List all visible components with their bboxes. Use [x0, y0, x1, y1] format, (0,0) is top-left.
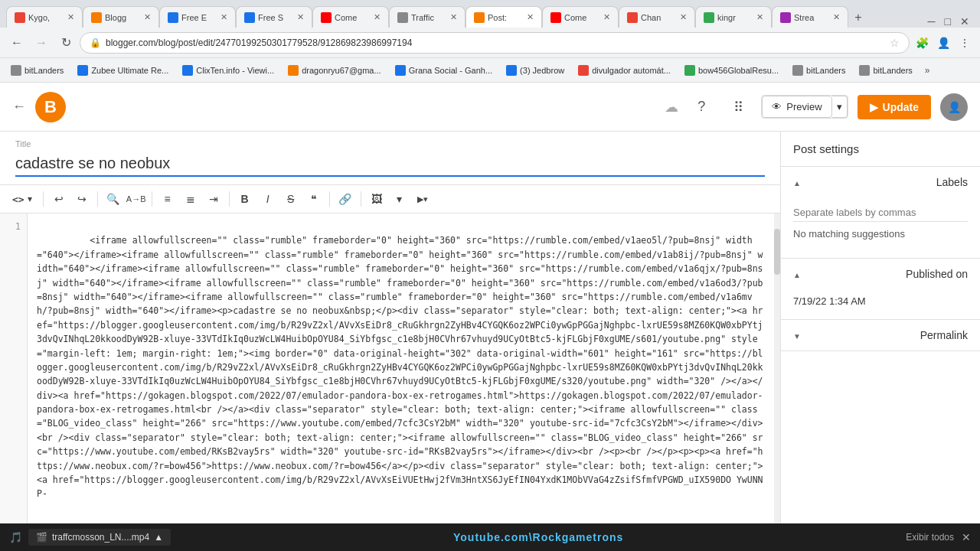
tab-close-post[interactable]: ✕	[527, 12, 534, 22]
labels-section-content: No matching suggestions	[781, 197, 980, 258]
code-view-toggle[interactable]: <> ▾	[6, 191, 38, 208]
search-button[interactable]: 🔍	[103, 188, 124, 210]
align-justify-button[interactable]: ≣	[180, 188, 201, 210]
tab-free-s[interactable]: Free S ✕	[236, 6, 312, 28]
more-media-button[interactable]: ▾	[389, 188, 410, 210]
window-minimize[interactable]: ─	[923, 15, 940, 28]
labels-input[interactable]	[793, 204, 968, 222]
profile-icon[interactable]: 👤	[934, 34, 952, 52]
header-left: ← B	[12, 92, 66, 122]
avatar[interactable]: 👤	[940, 93, 968, 121]
bookmark-jedbrow[interactable]: (3) Jedbrow	[501, 64, 569, 77]
labels-section: Labels No matching suggestions	[781, 167, 980, 259]
align-left-button[interactable]: ≡	[157, 188, 178, 210]
tab-close-kingr[interactable]: ✕	[756, 12, 763, 22]
quote-button[interactable]: ❝	[303, 188, 325, 210]
toolbar-row: <> ▾ ↩ ↪ 🔍 A→B ≡ ≣ ⇥ B I S ❝ 🔗	[0, 185, 780, 214]
exibir-todos-link[interactable]: Exibir todos	[906, 532, 954, 543]
tab-favicon-come2	[550, 12, 561, 23]
tab-close-come1[interactable]: ✕	[374, 12, 381, 22]
post-title-input[interactable]	[15, 152, 765, 177]
address-input[interactable]: blogger.com/blog/post/edit/2477019925030…	[106, 37, 885, 48]
bookmark-bow456[interactable]: bow456GlobalResu...	[680, 64, 783, 77]
bookmarks-more[interactable]: »	[925, 65, 930, 76]
title-section: Title	[0, 132, 780, 185]
bookmark-bitlanders2[interactable]: bitLanders	[788, 64, 850, 77]
tab-close-free-e[interactable]: ✕	[220, 12, 227, 22]
forward-button[interactable]: →	[31, 32, 52, 54]
toolbar-separator-3	[152, 191, 152, 207]
apps-button[interactable]: ⠿	[724, 93, 752, 121]
tab-come2[interactable]: Come ✕	[542, 6, 619, 28]
replace-button[interactable]: A→B	[126, 188, 147, 210]
tab-close-strea[interactable]: ✕	[833, 12, 840, 22]
link-button[interactable]: 🔗	[335, 188, 356, 210]
preview-button[interactable]: 👁 Preview	[762, 96, 831, 118]
tab-close-come2[interactable]: ✕	[603, 12, 610, 22]
published-section-header[interactable]: Published on	[781, 259, 980, 289]
tab-favicon-come1	[321, 12, 332, 23]
bookmark-star-icon[interactable]: ☆	[890, 37, 900, 49]
new-tab-button[interactable]: +	[848, 8, 868, 28]
tab-close-chan[interactable]: ✕	[680, 12, 687, 22]
labels-section-header[interactable]: Labels	[781, 167, 980, 197]
bookmark-divulgador[interactable]: divulgador automát...	[573, 64, 675, 77]
tab-close-kygo[interactable]: ✕	[67, 12, 74, 22]
lock-icon: 🔒	[90, 37, 101, 48]
bookmark-icon-bitlanders1	[11, 65, 21, 76]
tab-post[interactable]: Post: ✕	[466, 6, 542, 28]
settings-icon[interactable]: ⋮	[956, 34, 974, 52]
bottom-bar: 🎵 🎬 traffcmosson_LN....mp4 ▲ Youtube.com…	[0, 523, 980, 551]
permalink-expand-icon	[793, 330, 801, 341]
tab-close-traffic[interactable]: ✕	[450, 12, 457, 22]
tab-close-blog[interactable]: ✕	[144, 12, 151, 22]
tab-traffic[interactable]: Traffic ✕	[389, 6, 466, 28]
reload-button[interactable]: ↻	[55, 32, 77, 54]
tab-close-free-s[interactable]: ✕	[297, 12, 304, 22]
close-bottom-bar-button[interactable]: ✕	[962, 531, 971, 543]
update-arrow-icon: ▶	[870, 101, 878, 113]
bold-button[interactable]: B	[234, 188, 256, 210]
indent-button[interactable]: ⇥	[203, 188, 224, 210]
bottom-bar-right: Exibir todos ✕	[906, 531, 971, 543]
preview-dropdown-button[interactable]: ▾	[832, 96, 848, 118]
code-text[interactable]: <iframe allowfullscreen="" class="rumble…	[37, 235, 763, 499]
window-close[interactable]: ✕	[956, 15, 974, 28]
bookmark-clixten[interactable]: ClixTen.info - Viewi...	[178, 64, 279, 77]
bottom-bar-file[interactable]: 🎬 traffcmosson_LN....mp4 ▲	[28, 529, 171, 546]
permalink-section-header[interactable]: Permalink	[781, 320, 980, 350]
back-to-posts-button[interactable]: ←	[12, 99, 26, 115]
bookmark-icon-clixten	[182, 65, 193, 76]
bookmark-dragon[interactable]: dragonryu67@gma...	[283, 64, 386, 77]
header-right: ☁ ? ⠿ 👁 Preview ▾ ▶ Update 👤	[665, 93, 968, 121]
italic-button[interactable]: I	[257, 188, 279, 210]
tab-kingr[interactable]: kingr ✕	[695, 6, 772, 28]
tab-chan[interactable]: Chan ✕	[619, 6, 695, 28]
tab-free-e[interactable]: Free E ✕	[159, 6, 236, 28]
address-bar[interactable]: 🔒 blogger.com/blog/post/edit/24770199250…	[80, 32, 910, 54]
extensions-icon[interactable]: 🧩	[913, 34, 931, 52]
bookmark-bitlanders3[interactable]: bitLanders	[854, 64, 916, 77]
redo-button[interactable]: ↪	[71, 188, 93, 210]
video-button[interactable]: ▶▾	[412, 188, 433, 210]
code-editor[interactable]: <iframe allowfullscreen="" class="rumble…	[28, 214, 774, 523]
bookmark-zubee[interactable]: Zubee Ultimate Re...	[73, 64, 173, 77]
tab-come1[interactable]: Come ✕	[312, 6, 389, 28]
vertical-scrollbar[interactable]	[774, 214, 780, 523]
tab-blog[interactable]: Blogg ✕	[83, 6, 159, 28]
undo-button[interactable]: ↩	[48, 188, 70, 210]
tab-strea[interactable]: Strea ✕	[772, 6, 848, 28]
bookmark-grana[interactable]: Grana Social - Ganh...	[390, 64, 497, 77]
window-maximize[interactable]: □	[940, 15, 956, 28]
cloud-save-icon: ☁	[665, 99, 678, 116]
bookmark-icon-bow456	[684, 65, 695, 76]
update-button[interactable]: ▶ Update	[858, 95, 931, 119]
tab-kygo[interactable]: Kygo, ✕	[6, 6, 83, 28]
bottom-bar-left: 🎵 🎬 traffcmosson_LN....mp4 ▲	[9, 529, 171, 546]
bookmark-bitlanders1[interactable]: bitLanders	[6, 64, 68, 77]
scrollbar-thumb[interactable]	[774, 229, 780, 275]
back-button[interactable]: ←	[6, 32, 28, 54]
help-button[interactable]: ?	[688, 93, 715, 121]
image-button[interactable]: 🖼	[366, 188, 387, 210]
strikethrough-button[interactable]: S	[280, 188, 302, 210]
